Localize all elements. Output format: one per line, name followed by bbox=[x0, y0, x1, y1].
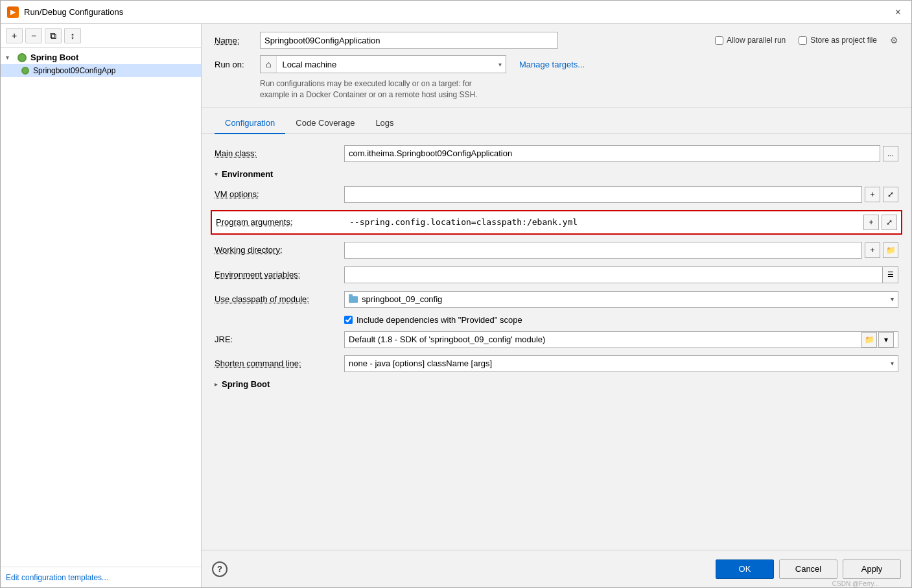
environment-section-header: ▾ Environment bbox=[215, 169, 898, 179]
main-class-input-wrap: ... bbox=[344, 145, 898, 162]
run-on-select[interactable]: ⌂ Local machine ▾ bbox=[260, 55, 506, 73]
jre-value: Default (1.8 - SDK of 'springboot_09_con… bbox=[349, 335, 545, 344]
spring-boot-tree-item[interactable]: ▾ Spring Boot bbox=[1, 51, 201, 64]
classpath-module-row: Use classpath of module: springboot_09_c… bbox=[215, 290, 898, 309]
gear-icon[interactable]: ⚙ bbox=[890, 35, 898, 45]
environment-variables-input[interactable] bbox=[344, 266, 883, 283]
main-content: + − ⧉ ↕ ▾ Spring Boot Springboot09Config… bbox=[1, 24, 911, 587]
main-class-row: Main class: ... bbox=[215, 145, 898, 163]
include-dependencies-checkbox[interactable] bbox=[344, 316, 353, 324]
help-button[interactable]: ? bbox=[212, 561, 228, 577]
program-args-add-button[interactable]: + bbox=[863, 215, 879, 230]
allow-parallel-label: Allow parallel run bbox=[727, 36, 786, 45]
config-item[interactable]: Springboot09ConfigApp bbox=[1, 64, 201, 77]
spring-boot-section-header: ▸ Spring Boot bbox=[215, 379, 898, 389]
vm-options-label: VM options: bbox=[215, 189, 344, 199]
name-label: Name: bbox=[215, 36, 253, 45]
tabs-bar: Configuration Code Coverage Logs bbox=[202, 113, 911, 134]
jre-select[interactable]: Default (1.8 - SDK of 'springboot_09_con… bbox=[344, 331, 898, 348]
vm-options-input[interactable] bbox=[344, 186, 862, 203]
jre-actions: 📁 ▾ bbox=[861, 332, 894, 347]
sidebar-bottom: Edit configuration templates... bbox=[1, 567, 201, 587]
vm-options-add-button[interactable]: + bbox=[865, 187, 880, 202]
shorten-cmd-select[interactable]: none - java [options] className [args] ▾ bbox=[344, 355, 898, 372]
working-directory-row: Working directory: + 📁 bbox=[215, 241, 898, 259]
program-arguments-row: Program arguments: + ⤢ bbox=[211, 210, 902, 235]
run-on-row: Run on: ⌂ Local machine ▾ Manage targets… bbox=[215, 55, 898, 73]
header-checkboxes: Allow parallel run Store as project file… bbox=[715, 35, 898, 45]
working-directory-input-wrap: + 📁 bbox=[344, 242, 898, 259]
include-dependencies-row: Include dependencies with "Provided" sco… bbox=[344, 315, 898, 325]
classpath-module-select[interactable]: springboot_09_config ▾ bbox=[344, 291, 898, 308]
jre-row: JRE: Default (1.8 - SDK of 'springboot_0… bbox=[215, 331, 898, 348]
sidebar-toolbar: + − ⧉ ↕ bbox=[1, 24, 201, 48]
vm-options-row: VM options: + ⤢ bbox=[215, 185, 898, 204]
vm-options-expand-button[interactable]: ⤢ bbox=[883, 187, 898, 202]
environment-section-title: Environment bbox=[222, 169, 273, 179]
form-area: Main class: ... ▾ Environment VM options… bbox=[202, 134, 911, 550]
store-as-project-checkbox[interactable] bbox=[799, 36, 807, 45]
classpath-module-value: springboot_09_config bbox=[362, 294, 442, 304]
program-arguments-input[interactable] bbox=[345, 214, 861, 231]
vm-options-input-wrap: + ⤢ bbox=[344, 186, 898, 203]
program-arguments-input-wrap: + ⤢ bbox=[345, 214, 897, 231]
close-button[interactable]: × bbox=[891, 5, 905, 19]
run-on-label: Run on: bbox=[215, 60, 253, 69]
store-as-project-checkbox-label[interactable]: Store as project file bbox=[799, 36, 877, 45]
name-row: Name: Allow parallel run Store as projec… bbox=[215, 32, 898, 49]
home-icon: ⌂ bbox=[261, 56, 277, 73]
shorten-cmd-label: Shorten command line: bbox=[215, 359, 344, 368]
store-as-project-label: Store as project file bbox=[810, 36, 877, 45]
jre-dropdown-button[interactable]: ▾ bbox=[878, 332, 894, 347]
environment-variables-row: Environment variables: ☰ bbox=[215, 266, 898, 284]
shorten-cmd-text: none - java [options] className [args] bbox=[349, 359, 492, 368]
working-dir-browse-button[interactable]: 📁 bbox=[883, 242, 898, 258]
jre-label: JRE: bbox=[215, 335, 344, 344]
dialog-buttons: OK Cancel Apply bbox=[716, 559, 901, 579]
environment-variables-list-button[interactable]: ☰ bbox=[883, 266, 898, 283]
classpath-module-arrow: ▾ bbox=[891, 296, 894, 303]
name-input[interactable] bbox=[260, 32, 558, 49]
copy-config-button[interactable]: ⧉ bbox=[45, 28, 62, 43]
shorten-cmd-row: Shorten command line: none - java [optio… bbox=[215, 355, 898, 373]
tab-code-coverage[interactable]: Code Coverage bbox=[285, 113, 365, 134]
manage-targets-link[interactable]: Manage targets... bbox=[519, 60, 585, 69]
allow-parallel-checkbox[interactable] bbox=[715, 36, 723, 45]
environment-expand-arrow[interactable]: ▾ bbox=[215, 171, 218, 178]
run-description: Run configurations may be executed local… bbox=[260, 78, 898, 100]
spring-boot-expand-arrow[interactable]: ▸ bbox=[215, 381, 218, 388]
title-bar: ▶ Run/Debug Configurations × bbox=[1, 1, 911, 24]
run-description-line1: Run configurations may be executed local… bbox=[260, 78, 898, 89]
run-on-dropdown-arrow: ▾ bbox=[495, 61, 506, 68]
config-spring-icon bbox=[21, 67, 29, 75]
program-args-expand-button[interactable]: ⤢ bbox=[882, 215, 897, 230]
environment-variables-label: Environment variables: bbox=[215, 270, 344, 279]
tab-configuration[interactable]: Configuration bbox=[215, 113, 285, 134]
apply-button[interactable]: Apply bbox=[843, 559, 901, 579]
add-config-button[interactable]: + bbox=[6, 28, 23, 43]
local-machine-text: Local machine bbox=[277, 60, 495, 69]
config-header: Name: Allow parallel run Store as projec… bbox=[202, 24, 911, 108]
allow-parallel-checkbox-label[interactable]: Allow parallel run bbox=[715, 36, 786, 45]
jre-browse-button[interactable]: 📁 bbox=[861, 332, 877, 347]
working-dir-add-button[interactable]: + bbox=[865, 242, 880, 258]
tree-expand-arrow: ▾ bbox=[6, 54, 14, 61]
main-class-label: Main class: bbox=[215, 148, 344, 158]
sort-config-button[interactable]: ↕ bbox=[64, 28, 81, 43]
working-directory-input[interactable] bbox=[344, 242, 862, 259]
sidebar: + − ⧉ ↕ ▾ Spring Boot Springboot09Config… bbox=[1, 24, 202, 587]
main-class-browse-button[interactable]: ... bbox=[883, 146, 898, 161]
spring-boot-label: Spring Boot bbox=[30, 53, 78, 62]
program-arguments-label: Program arguments: bbox=[216, 217, 345, 227]
tab-logs[interactable]: Logs bbox=[365, 113, 404, 134]
edit-templates-link[interactable]: Edit configuration templates... bbox=[6, 573, 108, 582]
remove-config-button[interactable]: − bbox=[25, 28, 42, 43]
classpath-module-text: springboot_09_config bbox=[349, 294, 442, 304]
folder-icon bbox=[349, 296, 358, 303]
spring-boot-section: ▸ Spring Boot bbox=[215, 379, 898, 389]
title-bar-left: ▶ Run/Debug Configurations bbox=[7, 6, 123, 18]
main-class-input[interactable] bbox=[344, 145, 880, 162]
ok-button[interactable]: OK bbox=[716, 559, 774, 579]
right-panel: Name: Allow parallel run Store as projec… bbox=[202, 24, 911, 587]
cancel-button[interactable]: Cancel bbox=[779, 559, 837, 579]
